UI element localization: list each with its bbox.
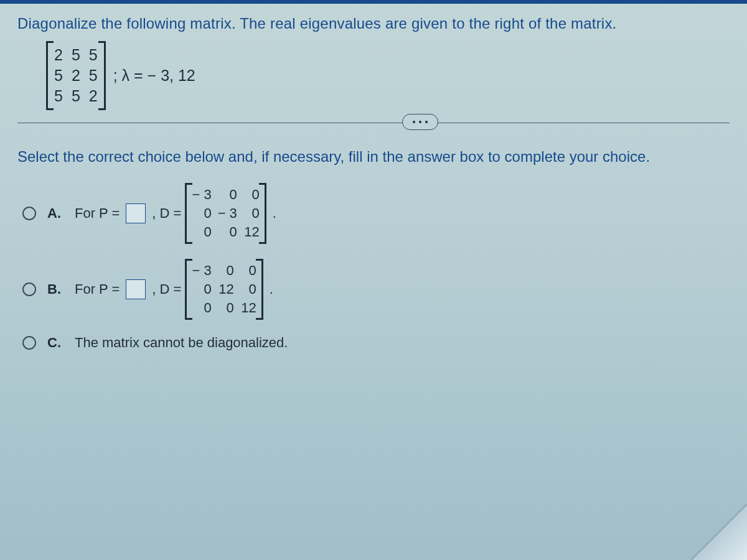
matrix-cell: 0 [218, 263, 234, 279]
matrix-cell: 0 [243, 205, 260, 222]
option-c-text: The matrix cannot be diagonalized. [75, 335, 288, 351]
matrix-cell: 5 [72, 46, 80, 64]
eigenvalue-text: ; λ = − 3, 12 [113, 67, 195, 85]
option-c-radio[interactable] [22, 336, 36, 350]
matrix-cell: − 3 [192, 187, 211, 203]
matrix-cell: 2 [89, 87, 98, 105]
option-a-label: A. [47, 205, 63, 222]
matrix-cell: 0 [218, 224, 237, 240]
matrix-cell: 0 [218, 187, 237, 203]
given-matrix-block: 2 5 5 5 2 5 5 5 2 ; λ = − 3, 12 [46, 41, 730, 110]
instruction-text: Select the correct choice below and, if … [17, 148, 730, 166]
matrix-cell: 0 [243, 187, 260, 203]
matrix-brackets: 2 5 5 5 2 5 5 5 2 [46, 41, 106, 110]
matrix-cell: 5 [72, 87, 80, 105]
option-a-period: . [273, 205, 276, 222]
matrix-cell: 2 [54, 46, 63, 64]
option-b-label: B. [47, 281, 63, 297]
matrix-cell: 5 [54, 87, 63, 105]
matrix-cell: 12 [243, 224, 260, 240]
page-curl-decoration [691, 504, 747, 560]
matrix-cell: 12 [218, 281, 234, 297]
section-separator [17, 123, 730, 123]
matrix-cell: − 3 [218, 205, 237, 222]
matrix-cell: 0 [192, 205, 211, 222]
matrix-cell: 0 [240, 263, 256, 279]
option-c-label: C. [47, 335, 63, 351]
option-a-body: For P = , D = − 3 0 0 0 − 3 0 0 0 12 . [75, 183, 276, 244]
for-p-equals: For P = [75, 205, 120, 222]
matrix-cell: 0 [192, 224, 211, 240]
option-b-body: For P = , D = − 3 0 0 0 12 0 0 0 12 . [75, 259, 273, 320]
matrix-cell: 0 [192, 281, 211, 297]
matrix-cell: − 3 [192, 263, 211, 279]
d-equals: , D = [152, 205, 181, 222]
option-b-d-matrix: − 3 0 0 0 12 0 0 0 12 [190, 260, 257, 319]
option-b-radio[interactable] [22, 282, 36, 296]
option-a-d-matrix: − 3 0 0 0 − 3 0 0 0 12 [190, 184, 260, 243]
option-a-radio[interactable] [22, 207, 36, 220]
matrix-cell: 5 [89, 46, 98, 64]
matrix-cell: 2 [72, 67, 80, 85]
for-p-equals: For P = [75, 281, 120, 297]
matrix-cell: 0 [218, 300, 234, 316]
option-a-d-matrix-brackets: − 3 0 0 0 − 3 0 0 0 12 [185, 183, 266, 244]
option-a-p-input[interactable] [126, 203, 146, 223]
given-matrix: 2 5 5 5 2 5 5 5 2 [52, 42, 100, 109]
matrix-cell: 0 [192, 300, 211, 316]
matrix-cell: 12 [240, 300, 256, 316]
option-b-period: . [270, 281, 273, 297]
matrix-cell: 5 [54, 67, 63, 85]
option-a-row: A. For P = , D = − 3 0 0 0 − 3 0 0 0 12 [22, 183, 730, 244]
matrix-cell: 0 [240, 281, 256, 297]
question-prompt: Diagonalize the following matrix. The re… [17, 15, 730, 32]
option-c-row: C. The matrix cannot be diagonalized. [22, 335, 730, 351]
more-options-button[interactable] [402, 114, 438, 130]
question-panel: Diagonalize the following matrix. The re… [0, 4, 747, 351]
d-equals: , D = [152, 281, 181, 297]
option-b-d-matrix-brackets: − 3 0 0 0 12 0 0 0 12 [185, 259, 263, 320]
option-b-row: B. For P = , D = − 3 0 0 0 12 0 0 0 12 [22, 259, 730, 320]
option-b-p-input[interactable] [126, 279, 146, 299]
matrix-cell: 5 [89, 67, 98, 85]
